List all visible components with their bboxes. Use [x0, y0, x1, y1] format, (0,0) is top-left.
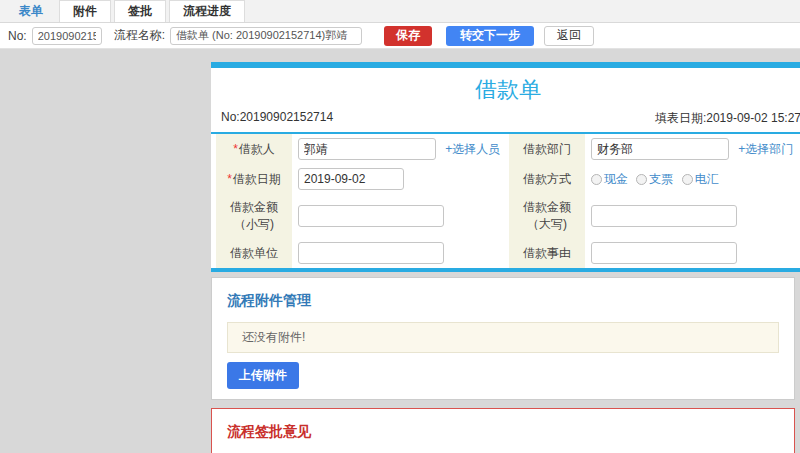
process-name-label: 流程名称: [114, 27, 165, 44]
form-doc-no: No:20190902152714 [221, 110, 333, 127]
borrower-input[interactable] [298, 138, 436, 160]
department-input[interactable] [591, 138, 729, 160]
process-no-input[interactable] [32, 27, 102, 45]
table-row: 借款单位 借款事由 [216, 238, 800, 268]
tab-progress[interactable]: 流程进度 [169, 0, 245, 22]
reason-label: 借款事由 [523, 246, 571, 260]
tab-bar: 表单 附件 签批 流程进度 [0, 0, 800, 23]
panel-bottom-accent-bar [211, 268, 800, 272]
loan-date-label: 借款日期 [233, 172, 281, 186]
table-row: *借款人 +选择人员 借款部门 +选择部门 [216, 134, 800, 164]
attachment-section-title: 流程附件管理 [227, 292, 779, 310]
method-label: 借款方式 [523, 172, 571, 186]
radio-icon [591, 174, 602, 185]
amount-upper-label: 借款金额（大写) [523, 200, 571, 231]
select-person-link[interactable]: +选择人员 [445, 142, 500, 156]
radio-icon [636, 174, 647, 185]
required-mark: * [233, 142, 238, 156]
no-label: No: [8, 29, 27, 43]
form-fill-date: 填表日期:2019-09-02 15:27:1 [655, 110, 800, 127]
select-department-link[interactable]: +选择部门 [738, 142, 793, 156]
attachment-panel: 流程附件管理 还没有附件! 上传附件 [211, 277, 795, 400]
table-row: 借款金额（小写) 借款金额（大写) [216, 194, 800, 238]
no-attachment-notice: 还没有附件! [227, 322, 779, 353]
tab-approval[interactable]: 签批 [114, 0, 166, 22]
amount-lower-input[interactable] [298, 205, 444, 227]
loan-form-table: *借款人 +选择人员 借款部门 +选择部门 *借款日期 借款方式 现金 [216, 134, 800, 268]
loan-date-input[interactable] [298, 168, 404, 190]
required-mark: * [227, 172, 232, 186]
unit-label: 借款单位 [230, 246, 278, 260]
amount-lower-label: 借款金额（小写) [230, 200, 278, 231]
table-row: *借款日期 借款方式 现金 支票 电汇 [216, 164, 800, 194]
approval-panel: 流程签批意见 B I abc [211, 408, 795, 453]
form-title: 借款单 [211, 68, 800, 110]
unit-input[interactable] [298, 242, 444, 264]
reason-input[interactable] [591, 242, 737, 264]
command-bar: No: 流程名称: 保存 转交下一步 返回 [0, 23, 800, 49]
method-radio-cheque[interactable]: 支票 [636, 171, 673, 188]
save-button[interactable]: 保存 [384, 26, 432, 46]
tab-form[interactable]: 表单 [6, 0, 56, 22]
process-name-input[interactable] [170, 27, 362, 45]
approval-section-title: 流程签批意见 [227, 423, 779, 441]
loan-form-panel: 借款单 No:20190902152714 填表日期:2019-09-02 15… [211, 62, 800, 272]
borrower-label: 借款人 [239, 142, 275, 156]
tab-attachment[interactable]: 附件 [59, 0, 111, 22]
method-radio-wire[interactable]: 电汇 [682, 171, 719, 188]
back-button[interactable]: 返回 [544, 26, 594, 46]
method-radio-cash[interactable]: 现金 [591, 171, 628, 188]
radio-icon [682, 174, 693, 185]
upload-attachment-button[interactable]: 上传附件 [227, 362, 299, 389]
amount-upper-input[interactable] [591, 205, 737, 227]
department-label: 借款部门 [523, 142, 571, 156]
next-step-button[interactable]: 转交下一步 [446, 26, 534, 46]
